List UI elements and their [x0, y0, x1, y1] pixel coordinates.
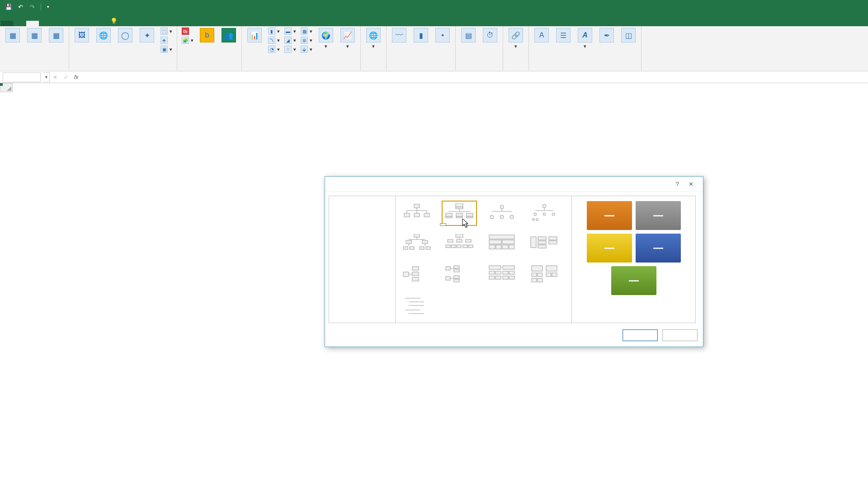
layout-thumb-table-hierarchy[interactable] [484, 231, 519, 257]
people-graph-icon: 👥 [222, 28, 236, 42]
layout-thumb-horizontal-org[interactable] [399, 262, 434, 287]
column-headers[interactable] [13, 83, 868, 92]
btn-screenshot[interactable]: ▣ ▾ [159, 45, 174, 53]
svg-rect-53 [489, 240, 501, 244]
layout-thumb-horizontal-hierarchy[interactable] [484, 262, 519, 287]
btn-chart-combo[interactable]: ⬙▾ [299, 45, 314, 53]
fx-icon[interactable]: fx [74, 74, 78, 80]
name-box-dropdown-icon[interactable]: ▼ [43, 72, 50, 82]
btn-3d-map[interactable]: 🌐▾ [363, 27, 383, 50]
tab-formulas[interactable] [52, 21, 64, 26]
btn-pictures[interactable]: 🖼 [72, 27, 92, 44]
btn-sparkline-winloss[interactable]: ▪ [433, 27, 453, 44]
dialog-help-button[interactable]: ? [670, 178, 684, 190]
tab-view[interactable] [90, 21, 102, 26]
svg-rect-55 [489, 245, 495, 249]
svg-rect-84 [489, 276, 495, 279]
svg-rect-67 [412, 267, 419, 270]
dialog-close-button[interactable]: ✕ [684, 178, 698, 190]
btn-my-addins[interactable]: 🧩 ▾ [180, 36, 195, 44]
tab-review[interactable] [77, 21, 90, 26]
layout-grid[interactable] [396, 196, 572, 323]
svg-rect-70 [446, 267, 450, 270]
btn-online-pictures[interactable]: 🌐 [94, 27, 113, 44]
btn-chart-stat[interactable]: ⊞▾ [299, 36, 314, 44]
btn-sparkline-line[interactable]: 〰 [389, 27, 409, 44]
btn-object[interactable]: ◫ [618, 27, 638, 44]
svg-rect-62 [538, 245, 546, 248]
qat-save-icon[interactable]: 💾 [4, 2, 14, 12]
formula-bar: ▼ ✕ ✓ fx [0, 71, 868, 83]
tab-pagelayout[interactable] [39, 21, 52, 26]
btn-header-footer[interactable]: ☰ [553, 27, 573, 44]
cancel-entry-icon[interactable]: ✕ [50, 72, 61, 82]
btn-bing-maps[interactable]: b [197, 27, 217, 44]
layout-thumb-circle-picture-org[interactable] [527, 201, 562, 226]
btn-people-graph[interactable]: 👥 [219, 27, 239, 44]
btn-timeline[interactable]: ⏱ [480, 27, 500, 44]
lightbulb-icon: 💡 [110, 18, 118, 24]
confirm-entry-icon[interactable]: ✓ [61, 72, 71, 82]
ribbon-group-charts: 📊 ▮▾ ▬▾ ▦▾ 〽▾ ◢▾ ⊞▾ ◔▾ ⁘▾ ⬙▾ 🌍▾ [242, 26, 361, 71]
category-list[interactable] [329, 196, 396, 323]
btn-sparkline-column[interactable]: ▮ [411, 27, 431, 44]
tab-insert[interactable] [26, 21, 39, 26]
tab-file[interactable] [1, 21, 14, 26]
layout-thumb-horizontal-multi[interactable] [442, 262, 477, 287]
ribbon-group-tours: 🌐▾ [361, 26, 387, 71]
btn-signature[interactable]: ✒ [597, 27, 617, 44]
btn-slicer[interactable]: ▤ [458, 27, 478, 44]
btn-maps[interactable]: 🌍▾ [316, 27, 336, 50]
btn-wordart[interactable]: A▾ [575, 27, 595, 50]
formula-input[interactable] [81, 72, 868, 82]
btn-chart-scatter[interactable]: ⁘▾ [283, 45, 298, 53]
btn-shapes[interactable]: ◯ [115, 27, 135, 44]
btn-chart-hier[interactable]: ▦▾ [299, 27, 314, 35]
title-bar: 💾 ↶ ↷ ▾ [0, 0, 868, 14]
svg-rect-88 [532, 266, 542, 271]
name-box[interactable] [3, 72, 41, 82]
btn-pivotchart[interactable]: 📈▾ [338, 27, 358, 50]
cancel-button[interactable] [662, 329, 698, 341]
qat-redo-icon[interactable]: ↷ [27, 2, 37, 12]
group-label-filter [458, 69, 500, 71]
layout-thumb-lined-list[interactable] [399, 293, 434, 318]
layout-thumb-architecture[interactable] [527, 262, 562, 287]
btn-table[interactable]: ▦ [46, 27, 66, 44]
dialog-titlebar[interactable]: ? ✕ [325, 177, 703, 192]
layout-thumb-half-circle-org[interactable] [484, 201, 519, 226]
btn-pivottable[interactable]: ▦ [3, 27, 23, 44]
btn-chart-column[interactable]: ▮▾ [266, 27, 282, 35]
tab-data[interactable] [64, 21, 77, 26]
layout-thumb-labeled-hierarchy[interactable] [442, 231, 477, 257]
btn-chart-bar[interactable]: ▬▾ [283, 27, 298, 35]
maps-icon: 🌍 [319, 28, 333, 42]
timeline-icon: ⏱ [483, 28, 497, 42]
btn-smartart[interactable]: ⬘ [159, 36, 174, 44]
btn-recommended-pivot[interactable]: ▦ [24, 27, 44, 44]
layout-thumb-hierarchy[interactable] [399, 231, 434, 257]
btn-chart-line[interactable]: 〽▾ [266, 36, 282, 44]
tell-me-search[interactable]: 💡 [108, 16, 123, 26]
group-label-sparklines [389, 69, 453, 71]
tab-home[interactable] [14, 21, 26, 26]
btn-chart-area[interactable]: ◢▾ [283, 36, 298, 44]
qat-undo-icon[interactable]: ↶ [15, 2, 25, 12]
btn-store[interactable]: 🛍 [180, 27, 195, 35]
ok-button[interactable] [623, 329, 658, 341]
fill-handle[interactable] [0, 83, 3, 86]
svg-rect-0 [414, 204, 420, 208]
svg-rect-10 [456, 207, 463, 209]
btn-3d-models[interactable]: ⬚ ▾ [159, 27, 174, 35]
qat-customize-icon[interactable]: ▾ [43, 2, 53, 12]
btn-icons[interactable]: ✦ [137, 27, 157, 44]
btn-recommended-charts[interactable]: 📊 [245, 27, 264, 44]
layout-thumb-name-title-org[interactable] [442, 201, 477, 226]
ribbon-group-links: 🔗▾ [503, 26, 529, 71]
svg-point-26 [534, 213, 537, 216]
btn-chart-pie[interactable]: ◔▾ [266, 45, 282, 53]
btn-textbox[interactable]: A [532, 27, 552, 44]
layout-thumb-hierarchy-list[interactable] [527, 231, 562, 257]
layout-thumb-org-chart[interactable] [399, 201, 434, 226]
btn-link[interactable]: 🔗▾ [506, 27, 526, 50]
